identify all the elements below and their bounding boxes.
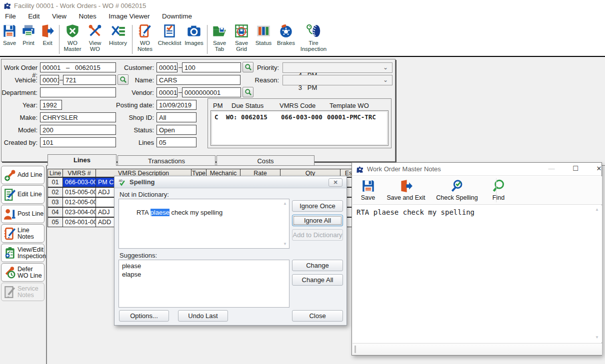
vendor-lookup-button[interactable] [242, 87, 254, 97]
check-spelling-button[interactable]: Check Spelling [432, 178, 482, 204]
posting-date-field[interactable]: 10/09/2019 [156, 100, 196, 110]
name-field[interactable]: CARS [156, 75, 240, 85]
year-label: Year: [0, 101, 38, 109]
line-cell[interactable]: 04 [48, 207, 63, 217]
vmrs-cell[interactable]: 012-005-000 [62, 197, 96, 207]
vmrs-cell[interactable]: 023-004-000 [62, 207, 96, 217]
department-label: Department: [0, 89, 38, 96]
minimize-icon[interactable]: — [543, 163, 560, 175]
work-order-form: Work Order #: 00001 – 0062015 Vehicle: 0… [0, 57, 605, 165]
menu-downtime[interactable]: Downtime [157, 11, 197, 20]
vendor-facility-field[interactable]: 00001 [156, 87, 178, 97]
vehicle-number-field[interactable]: 721 [63, 75, 116, 85]
change-button[interactable]: Change [292, 260, 343, 271]
spelling-dialog: ab Spelling ✕ Not in Dictionary: RTA pla… [114, 176, 347, 326]
brakes-button[interactable]: Brakes [275, 23, 297, 55]
reason-dropdown[interactable]: 3 PM ⌄ [282, 75, 392, 85]
edit-line-button[interactable]: Edit Line [1, 185, 44, 204]
tab-transactions[interactable]: Transactions [118, 155, 216, 166]
print-button[interactable]: Print [19, 23, 38, 55]
vendor-number-field[interactable]: 0000000001 [182, 87, 241, 97]
shop-id-field[interactable]: All [156, 112, 196, 122]
checklist-icon [162, 23, 176, 39]
department-field[interactable] [40, 87, 116, 97]
change-all-button[interactable]: Change All [292, 274, 343, 286]
list-item[interactable]: elapse [119, 270, 289, 278]
undo-last-button[interactable]: Undo Last [178, 310, 228, 322]
spelling-dialog-titlebar[interactable]: ab Spelling ✕ [114, 176, 346, 188]
menu-image-viewer[interactable]: Image Viewer [104, 11, 154, 20]
find-button[interactable]: Find [486, 178, 512, 204]
year-field[interactable]: 1992 [40, 100, 62, 110]
template-wo-header: Template WO [330, 102, 369, 109]
status-button[interactable]: Status [253, 23, 274, 55]
add-line-button[interactable]: Add Line [1, 166, 44, 184]
line-cell[interactable]: 01 [48, 177, 63, 187]
priority-dropdown[interactable]: 4 PM ⌄ [282, 62, 392, 73]
menu-edit[interactable]: Edit [23, 11, 44, 20]
vmrs-cell[interactable]: 026-001-000 [62, 217, 96, 227]
close-icon[interactable]: ✕ [328, 178, 342, 187]
status-field[interactable]: Open [156, 125, 196, 135]
line-cell[interactable]: 05 [48, 217, 63, 227]
col-header-line[interactable]: Line [48, 169, 63, 177]
view-edit-inspection-button[interactable]: View/Edit Inspection [1, 244, 44, 262]
vmrs-cell[interactable]: 066-003-000 [62, 177, 96, 187]
wo-master-button[interactable]: WO Master [61, 23, 84, 55]
save-tab-button[interactable]: Save Tab [209, 23, 230, 55]
maximize-icon[interactable]: ☐ [567, 163, 584, 175]
model-label: Model: [0, 126, 38, 134]
line-notes-button[interactable]: Line Notes [1, 224, 44, 243]
scroll-down-icon[interactable]: ▼ [595, 335, 599, 340]
menu-notes[interactable]: Notes [74, 11, 101, 20]
customer-facility-field[interactable]: 00001 [156, 62, 178, 72]
close-icon[interactable]: ✕ [590, 163, 605, 175]
images-button[interactable]: Images [183, 23, 205, 55]
vehicle-facility-field[interactable]: 00001 [40, 75, 59, 85]
line-cell[interactable]: 03 [48, 197, 63, 207]
created-by-field[interactable]: 101 [40, 137, 116, 147]
col-header-vmrs[interactable]: VMRS # [62, 169, 96, 177]
exit-button[interactable]: Exit [38, 23, 57, 55]
main-titlebar[interactable]: Facility 00001 - Work Orders - WO # 0062… [0, 0, 605, 11]
history-button[interactable]: History [106, 23, 130, 55]
notes-titlebar[interactable]: Work Order Master Notes — ☐ ✕ [352, 163, 602, 176]
tab-lines[interactable]: Lines [48, 154, 116, 166]
make-field[interactable]: CHRYSLER [40, 112, 116, 122]
lines-field[interactable]: 05 [156, 137, 196, 147]
not-in-dictionary-textarea[interactable]: RTA plaese check my spelling ▲ ▼ [118, 199, 290, 249]
suggestions-listbox[interactable]: please elapse [118, 260, 290, 308]
checklist-button[interactable]: Checklist [157, 23, 182, 55]
menu-view[interactable]: View [47, 11, 72, 20]
model-field[interactable]: 200 [40, 125, 116, 135]
view-wo-button[interactable]: View WO [85, 23, 105, 55]
vmrs-cell[interactable]: 015-005-000 [62, 187, 96, 197]
defer-wo-line-button[interactable]: Defer WO Line [1, 263, 44, 282]
posting-date-label: Posting date: [114, 101, 154, 109]
customer-number-field[interactable]: 100 [182, 62, 241, 72]
text-after-misspelling: check my spelling [170, 209, 222, 216]
save-grid-button[interactable]: Save Grid [231, 23, 252, 55]
list-item[interactable]: please [119, 260, 289, 270]
scroll-up-icon[interactable]: ▲ [283, 201, 287, 206]
tab-costs[interactable]: Costs [216, 155, 314, 166]
line-cell[interactable]: 02 [48, 187, 63, 197]
statusbar-grip [354, 346, 356, 353]
ignore-once-button[interactable]: Ignore Once [292, 200, 343, 212]
notes-textarea[interactable]: RTA plaese check my spelling ▲ ▼ [352, 205, 602, 343]
scroll-up-icon[interactable]: ▲ [595, 207, 599, 212]
ignore-all-button[interactable]: Ignore All [292, 215, 343, 226]
close-button[interactable]: Close [292, 310, 343, 322]
notes-save-button[interactable]: Save [356, 178, 380, 204]
pm-due-list[interactable]: C WO: 0062015 066-003-000 00001-PMC-TRC [210, 110, 388, 146]
options-button[interactable]: Options... [119, 310, 169, 322]
save-button[interactable]: Save [0, 23, 19, 55]
scroll-down-icon[interactable]: ▼ [283, 242, 287, 246]
save-and-exit-button[interactable]: Save and Exit [382, 178, 430, 204]
tire-inspection-button[interactable]: Tire Inspection [298, 23, 329, 55]
wo-notes-button[interactable]: WO Notes [134, 23, 156, 55]
work-order-field[interactable]: 00001 – 0062015 [40, 62, 116, 72]
app-screen: Facility 00001 - Work Orders - WO # 0062… [0, 0, 605, 364]
menu-file[interactable]: File [0, 11, 21, 20]
post-line-button[interactable]: Post Line [1, 205, 44, 223]
